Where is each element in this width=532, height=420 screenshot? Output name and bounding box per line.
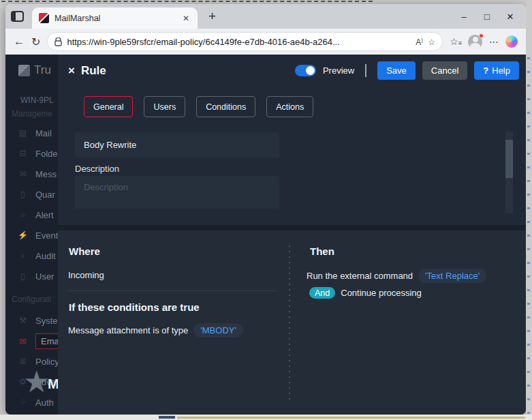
where-direction: Incoming <box>68 270 104 280</box>
then-action2-row: And Continue processing <box>309 287 422 299</box>
then-action-text: Run the external command <box>307 271 413 281</box>
browser-tab[interactable]: MailMarshal ✕ <box>32 7 198 29</box>
trustwave-logo-icon <box>18 65 30 76</box>
desktop-bottom-dash <box>159 416 175 419</box>
brand-row: Tru <box>18 63 51 77</box>
tab-users[interactable]: Users <box>144 96 185 117</box>
folder-icon: ⊟ <box>18 149 28 158</box>
document-icon: ▯ <box>18 190 28 199</box>
tab-title: MailMarshal <box>54 14 176 23</box>
star-watermark-icon: ★ <box>23 367 50 397</box>
avatar-head <box>473 37 478 42</box>
dotted-separator <box>289 245 290 404</box>
tab-actions[interactable]: Actions <box>266 96 313 117</box>
where-heading: Where <box>69 245 100 257</box>
header-divider <box>365 64 366 77</box>
envelope-icon: ✉ <box>18 169 28 179</box>
description-label: Description <box>75 164 119 174</box>
document-icon: ▯ <box>18 271 28 281</box>
where-divider <box>68 290 277 291</box>
new-tab-button[interactable]: + <box>208 9 216 24</box>
help-button[interactable]: ?Help <box>474 61 519 80</box>
brand-text: Tru <box>34 63 51 77</box>
section-management: Manageme <box>12 109 52 119</box>
section-divider <box>58 225 526 230</box>
address-bar[interactable]: https://win-9ple59rsfcr/email-policy/6c4… <box>47 32 443 51</box>
browser-tab-bar: MailMarshal ✕ + – □ ✕ <box>5 4 526 29</box>
section-configuration: Configurati <box>12 295 51 304</box>
minimize-button[interactable]: – <box>452 12 475 22</box>
then-heading: Then <box>310 245 334 257</box>
tab-close-icon[interactable]: ✕ <box>181 14 191 23</box>
preview-label: Preview <box>323 65 354 76</box>
users-icon: ⁘ <box>18 397 28 407</box>
rule-dialog: × Rule Preview Save Cancel ?Help General… <box>58 55 526 415</box>
close-window-button[interactable]: ✕ <box>499 12 522 22</box>
copilot-icon[interactable] <box>505 35 518 48</box>
rule-name-input[interactable] <box>75 132 279 158</box>
inbox-icon: ▤ <box>18 128 28 138</box>
scrollbar-thumb[interactable] <box>505 140 513 178</box>
dialog-title: Rule <box>81 64 106 78</box>
read-aloud-icon[interactable]: A) <box>416 37 423 47</box>
search-icon: ⌕ <box>18 251 28 260</box>
back-button[interactable]: ← <box>14 35 25 48</box>
search-icon: ⌕ <box>18 210 28 220</box>
description-textarea[interactable] <box>75 176 279 209</box>
then-action2-text: Continue processing <box>341 288 422 298</box>
bolt-icon: ⚡ <box>18 230 28 240</box>
avatar-body <box>470 43 480 49</box>
server-name: WIN-9PL <box>20 95 54 105</box>
profile-avatar[interactable] <box>468 35 482 49</box>
desktop-right-strip <box>526 0 532 420</box>
desktop-bottom-strip <box>0 415 532 420</box>
toggle-knob <box>306 66 315 75</box>
condition-row: Message attachment is of type 'MBODY' <box>68 323 243 338</box>
desktop-bottom-line <box>177 417 525 419</box>
condition-value-badge[interactable]: 'MBODY' <box>193 323 243 338</box>
app-page: Tru WIN-9PL Manageme ▤Mail ⊟Folde ✉Mess … <box>5 55 526 415</box>
lock-icon <box>54 38 62 46</box>
save-button[interactable]: Save <box>377 61 416 80</box>
dialog-header: × Rule Preview Save Cancel ?Help <box>58 55 526 87</box>
scrollbar-track[interactable] <box>505 132 513 213</box>
close-dialog-icon[interactable]: × <box>64 64 79 78</box>
desktop-artifact-line <box>1 1 373 2</box>
conditions-heading: If these conditions are true <box>69 301 200 313</box>
mailmarshal-favicon-icon <box>39 13 49 23</box>
cancel-button[interactable]: Cancel <box>422 61 467 80</box>
collections-icon[interactable]: ☆≡ <box>450 36 461 47</box>
browser-toolbar: ← ↻ https://win-9ple59rsfcr/email-policy… <box>5 29 526 55</box>
then-action-row: Run the external command 'Text Replace' <box>307 269 486 283</box>
tab-actions-icon[interactable] <box>11 11 24 22</box>
more-options-icon[interactable]: ⋯ <box>489 36 499 47</box>
maximize-button[interactable]: □ <box>475 12 499 22</box>
browser-window: MailMarshal ✕ + – □ ✕ ← ↻ https://win-9p… <box>5 4 526 415</box>
dialog-tabs: General Users Conditions Actions <box>84 96 313 117</box>
url-text[interactable]: https://win-9ple59rsfcr/email-policy/6c4… <box>67 37 411 47</box>
refresh-button[interactable]: ↻ <box>31 35 40 48</box>
condition-text: Message attachment is of type <box>68 325 188 335</box>
mail-icon: ✉ <box>18 336 28 346</box>
window-controls: – □ ✕ <box>452 12 526 22</box>
notification-dot <box>479 33 484 38</box>
and-connector-badge: And <box>309 287 335 299</box>
then-action-value-badge[interactable]: 'Text Replace' <box>418 269 486 283</box>
favorite-star-icon[interactable]: ☆ <box>428 37 435 47</box>
desktop-right-artifacts <box>527 57 530 420</box>
rule-summary-section: Where Incoming If these conditions are t… <box>58 230 526 415</box>
wrench-icon: ⚒ <box>18 316 28 325</box>
dialog-actions: Preview Save Cancel ?Help <box>295 61 519 80</box>
tab-general[interactable]: General <box>84 96 133 117</box>
preview-toggle[interactable] <box>295 65 316 76</box>
tab-conditions[interactable]: Conditions <box>196 96 255 117</box>
